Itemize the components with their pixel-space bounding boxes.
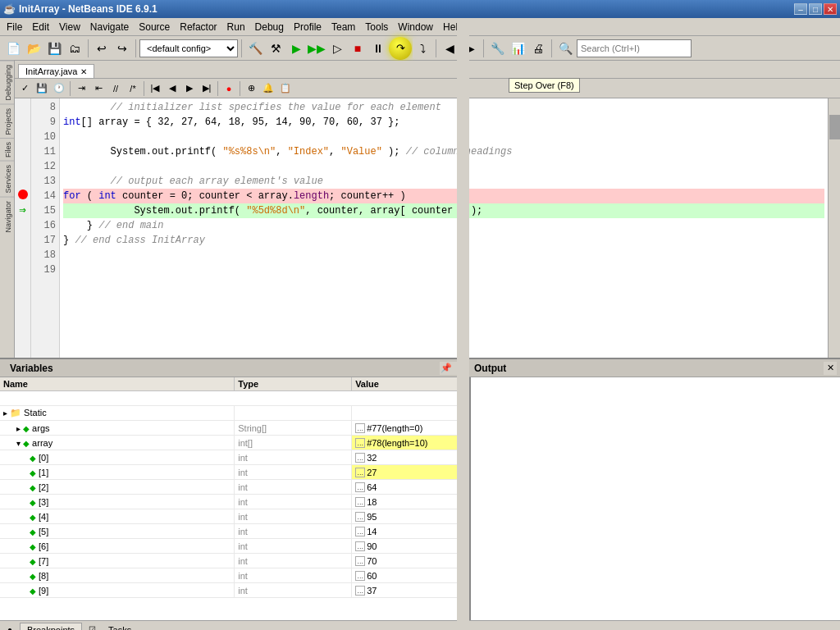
etb-outdent[interactable]: ⇤: [90, 80, 107, 97]
sidebar-projects[interactable]: Projects: [0, 104, 14, 139]
menu-debug[interactable]: Debug: [250, 20, 289, 34]
menu-tools[interactable]: Tools: [360, 20, 393, 34]
extra-btn1[interactable]: 🔧: [487, 39, 507, 58]
run-file-button[interactable]: ▷: [327, 39, 347, 58]
etb-stop-red[interactable]: ●: [221, 80, 237, 97]
scrollbar-thumb[interactable]: [829, 115, 840, 139]
editor-scrollbar[interactable]: [828, 98, 840, 358]
pause-button[interactable]: ⏸: [368, 39, 388, 58]
etb-next[interactable]: ▶: [181, 80, 198, 97]
linenum-12: 12: [31, 159, 59, 174]
menu-source[interactable]: Source: [134, 20, 175, 34]
save-button[interactable]: 💾: [44, 39, 64, 58]
var-type: int: [235, 524, 352, 539]
minimize-button[interactable]: –: [794, 3, 807, 15]
build-button[interactable]: ⚒: [266, 39, 285, 58]
new-watch-row[interactable]: [0, 391, 469, 406]
close-button[interactable]: ✕: [824, 3, 837, 15]
debug-run-button[interactable]: ▶▶: [307, 39, 326, 58]
menu-refactor[interactable]: Refactor: [175, 20, 221, 34]
menu-view[interactable]: View: [54, 20, 85, 34]
toolbar-group-build: 🔨 ⚒ ▶ ▶▶ ▷ ■ ⏸ ↷ ⤵: [245, 37, 432, 60]
var-name: ◆ [0]: [0, 450, 235, 465]
etb-extra3[interactable]: 📋: [277, 80, 294, 97]
code-line-13[interactable]: // output each array element's value: [63, 174, 824, 189]
output-close[interactable]: ✕: [824, 362, 837, 375]
var-value: … 32: [352, 450, 469, 465]
sidebar-debugging[interactable]: Debugging: [0, 61, 14, 104]
stop-button[interactable]: ■: [348, 39, 368, 58]
step-over-button[interactable]: ↷: [389, 37, 412, 60]
expand-icon[interactable]: ▾: [16, 439, 21, 448]
open-button[interactable]: 📂: [24, 39, 43, 58]
menu-team[interactable]: Team: [326, 20, 360, 34]
new-watch-input[interactable]: [0, 391, 469, 406]
extra-btn2[interactable]: 📊: [508, 39, 527, 58]
save-all-button[interactable]: 🗂: [65, 39, 84, 58]
menu-file[interactable]: File: [2, 20, 27, 34]
etb-comment[interactable]: //: [107, 80, 124, 97]
etb-history[interactable]: 🕐: [51, 80, 67, 97]
print-button[interactable]: 🖨: [528, 39, 548, 58]
sidebar-services[interactable]: Services: [0, 161, 14, 197]
etb-prev[interactable]: ◀: [164, 80, 180, 97]
menu-profile[interactable]: Profile: [289, 20, 326, 34]
diamond-icon: ◆: [30, 542, 36, 551]
step-into-button[interactable]: ⤵: [413, 39, 432, 58]
tasks-tab[interactable]: Tasks: [102, 623, 138, 631]
code-line-12[interactable]: [63, 159, 824, 174]
etb-indent[interactable]: ⇥: [73, 80, 89, 97]
var-type: int: [235, 554, 352, 568]
gutter-13: [15, 172, 30, 187]
variables-scrollbar[interactable]: [457, 377, 469, 620]
sidebar-navigator[interactable]: Navigator: [0, 197, 14, 236]
menu-run[interactable]: Run: [222, 20, 250, 34]
undo-button[interactable]: ↩: [92, 39, 112, 58]
code-line-10[interactable]: [63, 130, 824, 144]
etb-extra1[interactable]: ⊕: [243, 80, 259, 97]
toolbar-separator-5: [483, 39, 484, 57]
code-line-8[interactable]: // initializer list specifies the value …: [63, 100, 824, 115]
var-type: int: [235, 509, 352, 524]
etb-first[interactable]: |◀: [147, 80, 163, 97]
etb-extra2[interactable]: 🔔: [260, 80, 276, 97]
folder-icon: 📁: [10, 408, 21, 418]
redo-button[interactable]: ↪: [112, 39, 132, 58]
var-type: int: [235, 495, 352, 509]
code-line-15[interactable]: System.out.printf( "%5d%8d\n", counter, …: [63, 203, 824, 218]
menu-edit[interactable]: Edit: [27, 20, 54, 34]
etb-last[interactable]: ▶|: [199, 80, 215, 97]
etb-check[interactable]: ✓: [16, 80, 33, 97]
maximize-button[interactable]: □: [809, 3, 822, 15]
search-input[interactable]: [577, 39, 692, 57]
search-icon[interactable]: 🔍: [555, 39, 575, 58]
editor-tab-initarray[interactable]: InitArray.java ✕: [18, 64, 94, 78]
table-row: ◆ [6] int … 90: [0, 539, 469, 554]
variables-pin[interactable]: 📌: [440, 362, 453, 375]
toolbar-separator-6: [551, 39, 552, 57]
expand-icon[interactable]: ▸: [3, 409, 7, 418]
clean-build-button[interactable]: 🔨: [245, 39, 265, 58]
new-button[interactable]: 📄: [3, 39, 23, 58]
var-type: int[]: [235, 436, 352, 450]
expand-icon[interactable]: ▸: [16, 424, 21, 433]
code-line-14[interactable]: for ( int counter = 0; counter < array.l…: [63, 189, 824, 203]
tab-close-button[interactable]: ✕: [80, 67, 87, 76]
code-line-11[interactable]: System.out.printf( "%s%8s\n", "Index", "…: [63, 144, 824, 159]
output-panel: [471, 377, 840, 620]
variables-panel-title: Variables: [3, 363, 60, 374]
config-dropdown[interactable]: <default config>: [139, 39, 238, 57]
code-line-16[interactable]: } // end main: [63, 218, 824, 233]
sidebar-files[interactable]: Files: [0, 138, 14, 161]
breakpoints-tab[interactable]: Breakpoints: [20, 623, 82, 631]
code-line-9[interactable]: int[] array = { 32, 27, 64, 18, 95, 14, …: [63, 115, 824, 130]
code-line-18[interactable]: [63, 248, 824, 262]
run-button[interactable]: ▶: [286, 39, 306, 58]
var-value: … 18: [352, 495, 469, 509]
code-line-19[interactable]: [63, 262, 824, 277]
menu-navigate[interactable]: Navigate: [85, 20, 134, 34]
etb-save[interactable]: 💾: [34, 80, 50, 97]
etb-uncomment[interactable]: /*: [125, 80, 141, 97]
menu-window[interactable]: Window: [393, 20, 438, 34]
code-line-17[interactable]: } // end class InitArray: [63, 233, 824, 248]
